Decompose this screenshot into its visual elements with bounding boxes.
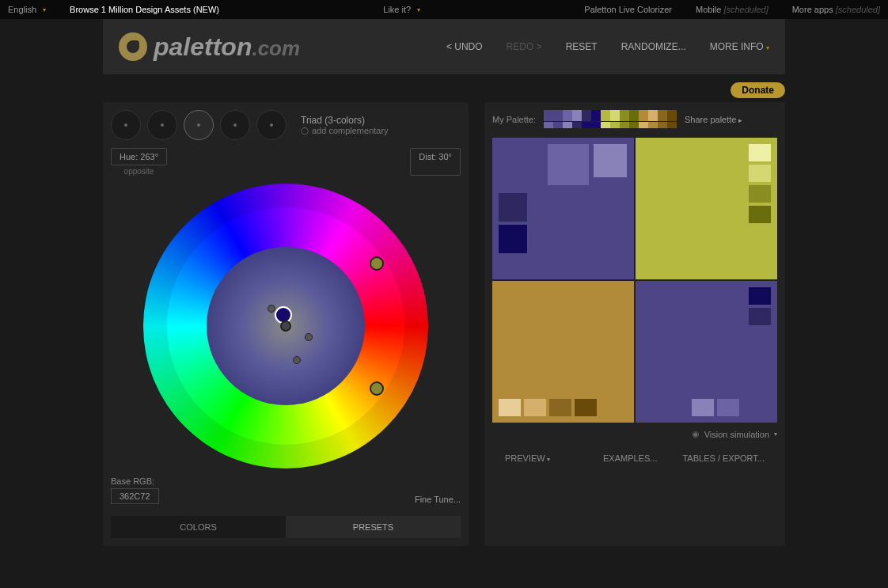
right-panel: My Palette: Share palette <box>484 102 785 546</box>
swatch[interactable] <box>692 399 714 416</box>
share-palette-button[interactable]: Share palette <box>685 115 742 124</box>
swatch[interactable] <box>749 165 771 182</box>
preview-quad-primary-b[interactable] <box>636 281 777 423</box>
swatch[interactable] <box>749 185 771 203</box>
swatch[interactable] <box>524 399 546 416</box>
hue-button[interactable]: Hue: 263° <box>111 148 167 165</box>
palette-strip-secondary[interactable] <box>544 122 677 128</box>
swatch[interactable] <box>548 144 589 185</box>
scheme-title: Triad (3-colors) <box>301 115 389 126</box>
logo-icon <box>119 32 147 61</box>
wheel-shade-handle[interactable] <box>293 356 301 364</box>
undo-button[interactable]: < UNDO <box>446 41 483 52</box>
color-wheel[interactable] <box>143 184 428 469</box>
scheme-triad-icon[interactable] <box>184 110 214 140</box>
wheel-shade-handle[interactable] <box>268 305 275 313</box>
swatch[interactable] <box>749 144 771 161</box>
hue-opposite-label: opposite <box>111 167 167 176</box>
swatch[interactable] <box>749 287 771 305</box>
swatch[interactable] <box>749 206 771 223</box>
swatch[interactable] <box>499 225 527 253</box>
more-apps-link[interactable]: More apps [scheduled] <box>792 5 880 14</box>
colorizer-link[interactable]: Paletton Live Colorizer <box>584 5 672 14</box>
swatch[interactable] <box>549 399 571 416</box>
palette-preview <box>492 138 777 423</box>
language-select[interactable]: English <box>8 5 46 14</box>
more-info-menu[interactable]: MORE INFO ▾ <box>710 41 769 52</box>
preview-quad-secondary-b[interactable] <box>492 281 634 423</box>
donate-button[interactable]: Donate <box>731 82 785 98</box>
base-rgb-value[interactable]: 362C72 <box>111 488 159 504</box>
preview-quad-secondary-a[interactable] <box>636 138 777 279</box>
tab-examples[interactable]: EXAMPLES... <box>590 447 670 469</box>
scheme-freestyle-icon[interactable] <box>256 110 287 140</box>
randomize-button[interactable]: RANDOMIZE... <box>621 41 686 52</box>
tab-colors[interactable]: COLORS <box>111 516 286 538</box>
reset-button[interactable]: RESET <box>566 41 598 52</box>
swatch[interactable] <box>594 144 627 177</box>
mobile-link[interactable]: Mobile [scheduled] <box>696 5 768 14</box>
scheme-mono-icon[interactable] <box>111 110 141 140</box>
wheel-secondary-a-handle[interactable] <box>370 256 384 271</box>
swatch[interactable] <box>717 399 739 416</box>
left-panel: Triad (3-colors) add complementary Hue: … <box>103 102 469 546</box>
base-rgb-label: Base RGB: <box>111 476 159 486</box>
wheel-shade-handle[interactable] <box>305 333 313 341</box>
top-bar: English Browse 1 Million Design Assets (… <box>0 0 888 19</box>
swatch[interactable] <box>499 193 527 222</box>
like-it-menu[interactable]: Like it? <box>383 5 420 14</box>
scheme-tetrad-icon[interactable] <box>220 110 250 140</box>
dist-button[interactable]: Dist: 30° <box>410 148 461 176</box>
vision-simulation-menu[interactable]: Vision simulation <box>492 429 777 439</box>
fine-tune-button[interactable]: Fine Tune... <box>415 495 461 504</box>
tab-preview[interactable]: PREVIEW <box>492 447 563 469</box>
my-palette-label: My Palette: <box>492 115 536 124</box>
palette-strip[interactable] <box>544 110 677 121</box>
add-complementary-toggle[interactable]: add complementary <box>301 126 389 135</box>
swatch[interactable] <box>749 308 771 325</box>
tab-presets[interactable]: PRESETS <box>286 516 461 538</box>
swatch[interactable] <box>499 399 521 416</box>
preview-quad-primary[interactable] <box>492 138 634 279</box>
redo-button: REDO > <box>507 41 542 52</box>
wheel-center-handle[interactable] <box>280 321 291 332</box>
wheel-secondary-b-handle[interactable] <box>370 381 384 396</box>
swatch[interactable] <box>575 399 597 416</box>
browse-assets-link[interactable]: Browse 1 Million Design Assets (NEW) <box>70 5 219 14</box>
logo[interactable]: paletton.com <box>119 32 300 62</box>
tab-export[interactable]: TABLES / EXPORT... <box>670 447 777 469</box>
scheme-adjacent-icon[interactable] <box>147 110 177 140</box>
header: paletton.com < UNDO REDO > RESET RANDOMI… <box>103 19 785 74</box>
